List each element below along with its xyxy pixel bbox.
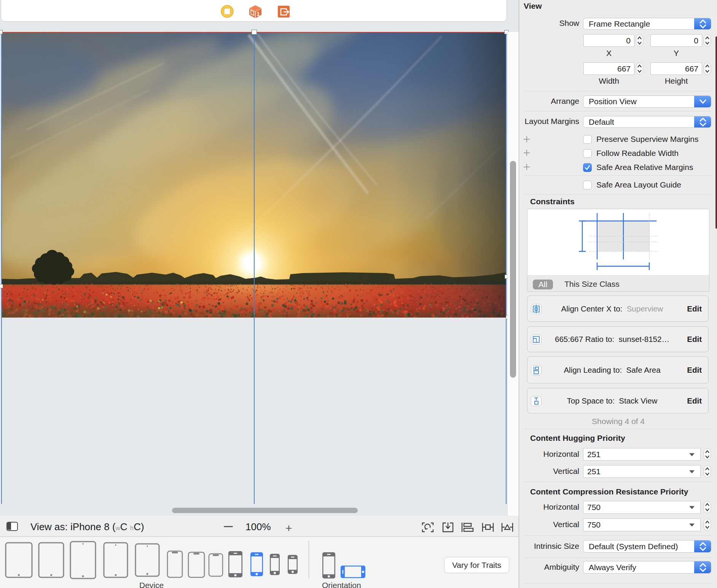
svg-text:1: 1 (257, 11, 260, 17)
